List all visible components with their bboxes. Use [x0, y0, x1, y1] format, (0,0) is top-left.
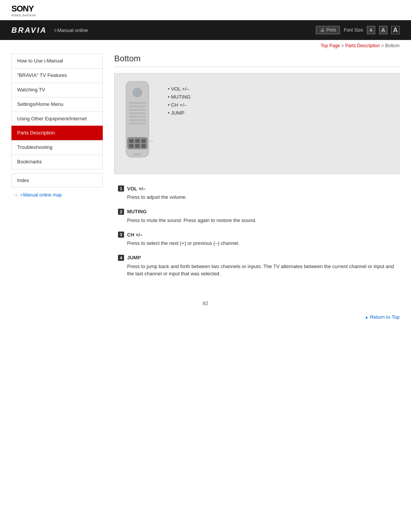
desc-item-muting: 2 MUTING Press to mute the sound. Press …: [118, 209, 396, 224]
sony-logo: SONY: [11, 5, 400, 13]
svg-rect-15: [135, 144, 140, 148]
remote-diagram: SONY VOL +/– MUTING CH +/– JUMP: [114, 73, 400, 174]
num-badge-3: 3: [118, 232, 124, 238]
num-badge-4: 4: [118, 255, 124, 261]
bullet-list-area: VOL +/– MUTING CH +/– JUMP: [168, 81, 190, 117]
breadcrumb-parts-description[interactable]: Parts Description: [345, 43, 380, 48]
breadcrumb-current: Bottom: [385, 43, 400, 48]
desc-item-vol: 1 VOL +/– Press to adjust the volume.: [118, 185, 396, 201]
desc-label-jump: JUMP: [127, 255, 141, 260]
sidebar-item-using-other[interactable]: Using Other Equipment/Internet: [11, 112, 103, 126]
map-link-arrow-icon: →: [13, 192, 18, 198]
desc-text-jump: Press to jump back and forth between two…: [118, 263, 396, 278]
svg-rect-16: [141, 144, 146, 148]
sidebar-item-bravia-tv-features[interactable]: "BRAVIA" TV Features: [11, 68, 103, 83]
svg-rect-3: [129, 102, 146, 104]
svg-rect-7: [129, 116, 146, 118]
breadcrumb-sep1: >: [341, 43, 345, 48]
num-badge-1: 1: [118, 185, 124, 192]
bullet-item-vol: VOL +/–: [168, 85, 190, 93]
page-number: 82: [203, 300, 208, 306]
sony-tagline: make.believe: [11, 13, 400, 17]
svg-rect-8: [129, 119, 146, 121]
bullet-item-jump: JUMP: [168, 109, 190, 117]
svg-rect-4: [129, 105, 146, 107]
sidebar-item-parts-description[interactable]: Parts Description: [11, 126, 103, 140]
desc-title-ch: 3 CH +/–: [118, 232, 396, 238]
desc-item-ch: 3 CH +/– Press to select the next (+) or…: [118, 232, 396, 247]
page-footer: 82: [0, 289, 411, 310]
nav-bar: BRAVIA i-Manual online 🖨 Print Font Size…: [0, 20, 411, 40]
svg-point-2: [135, 90, 140, 95]
return-to-top-link[interactable]: Return to Top: [365, 314, 400, 320]
sidebar-item-watching-tv[interactable]: Watching TV: [11, 83, 103, 97]
sidebar-map-link[interactable]: → i-Manual online map: [11, 192, 103, 198]
font-small-button[interactable]: A: [367, 26, 375, 34]
header: SONY make.believe: [0, 0, 411, 20]
sidebar-item-bookmarks[interactable]: Bookmarks: [11, 155, 103, 169]
sidebar: How to Use i-Manual "BRAVIA" TV Features…: [11, 54, 103, 289]
desc-label-ch: CH +/–: [127, 232, 143, 238]
remote-svg: SONY: [122, 81, 153, 165]
remote-image: SONY: [122, 81, 156, 166]
num-badge-2: 2: [118, 209, 124, 215]
svg-rect-6: [129, 112, 146, 114]
desc-label-vol: VOL +/–: [127, 186, 146, 192]
desc-text-muting: Press to mute the sound. Press again to …: [118, 217, 396, 224]
breadcrumb: Top Page > Parts Description > Bottom: [0, 40, 411, 50]
svg-rect-14: [129, 144, 134, 148]
svg-text:SONY: SONY: [134, 153, 141, 156]
sidebar-item-settings-home-menu[interactable]: Settings/Home Menu: [11, 97, 103, 112]
sidebar-item-index[interactable]: Index: [11, 173, 103, 187]
breadcrumb-top-page[interactable]: Top Page: [321, 43, 340, 48]
svg-rect-13: [141, 139, 146, 143]
description-section: 1 VOL +/– Press to adjust the volume. 2 …: [114, 185, 400, 278]
svg-rect-9: [129, 123, 146, 125]
bravia-logo: BRAVIA: [11, 26, 47, 35]
content-wrapper: How to Use i-Manual "BRAVIA" TV Features…: [0, 50, 411, 289]
print-icon: 🖨: [320, 27, 325, 33]
desc-title-vol: 1 VOL +/–: [118, 185, 396, 192]
map-link[interactable]: i-Manual online map: [21, 192, 62, 198]
main-content: Bottom: [103, 50, 400, 289]
sidebar-item-troubleshooting[interactable]: Troubleshooting: [11, 140, 103, 155]
nav-bar-left: BRAVIA i-Manual online: [11, 26, 88, 35]
svg-rect-5: [129, 109, 146, 111]
desc-text-ch: Press to select the next (+) or previous…: [118, 240, 396, 247]
bullet-item-ch: CH +/–: [168, 101, 190, 109]
breadcrumb-sep2: >: [381, 43, 385, 48]
svg-rect-12: [135, 139, 140, 143]
page-title: Bottom: [114, 54, 400, 67]
font-medium-button[interactable]: A: [379, 26, 387, 34]
desc-item-jump: 4 JUMP Press to jump back and forth betw…: [118, 255, 396, 278]
sidebar-item-how-to-use[interactable]: How to Use i-Manual: [11, 54, 103, 68]
desc-label-muting: MUTING: [127, 209, 147, 214]
desc-text-vol: Press to adjust the volume.: [118, 193, 396, 201]
bullet-list: VOL +/– MUTING CH +/– JUMP: [168, 81, 190, 117]
svg-rect-11: [129, 139, 134, 143]
font-size-label: Font Size: [344, 27, 363, 33]
return-top-row: Return to Top: [0, 310, 411, 324]
font-large-button[interactable]: A: [391, 26, 400, 34]
desc-title-jump: 4 JUMP: [118, 255, 396, 261]
print-button[interactable]: 🖨 Print: [316, 26, 340, 34]
nav-subtitle: i-Manual online: [54, 27, 88, 33]
nav-bar-right: 🖨 Print Font Size A A A: [316, 26, 400, 34]
desc-title-muting: 2 MUTING: [118, 209, 396, 215]
bullet-item-muting: MUTING: [168, 93, 190, 101]
